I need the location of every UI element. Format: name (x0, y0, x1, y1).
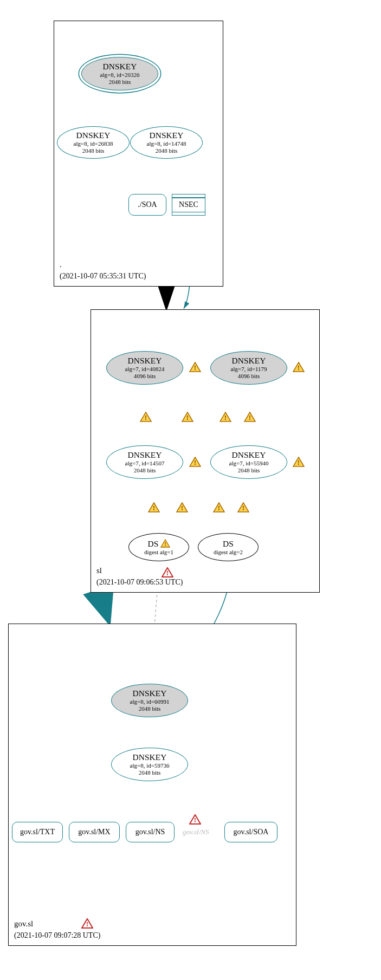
svg-text:!: ! (249, 413, 251, 421)
gov-soa: gov.sl/SOA (224, 822, 277, 842)
svg-text:!: ! (194, 816, 196, 824)
svg-text:!: ! (218, 504, 220, 512)
svg-text:!: ! (298, 364, 300, 372)
warning-icon: ! (160, 539, 170, 548)
dnskey-sl-ksk-40824: DNSKEY alg=7, id=40824 4096 bits (106, 351, 183, 385)
ds-digest1: DS ! digest alg=1 (128, 533, 189, 561)
dnskey-root-zsk-14748: DNSKEY alg=8, id=14748 2048 bits (130, 126, 203, 159)
svg-text:!: ! (298, 458, 300, 466)
svg-text:!: ! (181, 504, 183, 512)
dnskey-gov-zsk: DNSKEY alg=8, id=59736 2048 bits (111, 748, 188, 781)
svg-text:!: ! (242, 504, 244, 512)
dnskey-sl-zsk-55940: DNSKEY alg=7, id=55940 2048 bits (210, 445, 287, 479)
svg-text:!: ! (186, 413, 189, 421)
warning-icon: ! (148, 502, 160, 513)
warning-icon: ! (189, 457, 201, 468)
warning-icon: ! (189, 362, 201, 373)
gov-txt: gov.sl/TXT (12, 822, 63, 842)
warning-icon: ! (293, 362, 305, 373)
warning-icon: ! (237, 502, 249, 513)
warning-icon: ! (176, 502, 188, 513)
svg-text:!: ! (145, 413, 147, 421)
warning-icon: ! (140, 412, 152, 423)
gov-ns-ghost: gov.sl/NS (183, 828, 209, 836)
svg-text:!: ! (86, 920, 88, 928)
svg-text:!: ! (164, 541, 166, 547)
gov-mx: gov.sl/MX (69, 822, 120, 842)
warning-icon: ! (182, 412, 193, 423)
dnskey-sl-ksk-1179: DNSKEY alg=7, id=1179 4096 bits (210, 351, 287, 385)
zone-gov-sl: gov.sl (2021-10-07 09:07:28 UTC) (8, 624, 296, 946)
svg-text:!: ! (194, 364, 196, 372)
dnskey-root-ksk: DNSKEY alg=8, id=20326 2048 bits (81, 57, 158, 90)
dnskey-gov-ksk: DNSKEY alg=8, id=60991 2048 bits (111, 684, 188, 717)
warning-icon: ! (244, 412, 256, 423)
warning-icon: ! (213, 502, 225, 513)
root-soa: ./SOA (128, 194, 166, 216)
root-nsec: NSEC (172, 194, 205, 216)
dnskey-sl-zsk-14507: DNSKEY alg=7, id=14507 2048 bits (106, 445, 183, 479)
svg-text:!: ! (224, 413, 227, 421)
svg-text:!: ! (153, 504, 155, 512)
svg-text:!: ! (166, 569, 169, 577)
ds-digest2: DS digest alg=2 (198, 533, 259, 561)
dnskey-root-zsk-26838: DNSKEY alg=8, id=26838 2048 bits (57, 126, 130, 159)
gov-ns: gov.sl/NS (126, 822, 175, 842)
error-icon: ! (81, 918, 93, 929)
warning-icon: ! (293, 457, 305, 468)
error-icon: ! (189, 814, 201, 825)
error-icon: ! (162, 567, 173, 578)
warning-icon: ! (219, 412, 231, 423)
svg-text:!: ! (194, 458, 196, 466)
zone-root-label: . (2021-10-07 05:35:31 UTC) (60, 259, 146, 282)
